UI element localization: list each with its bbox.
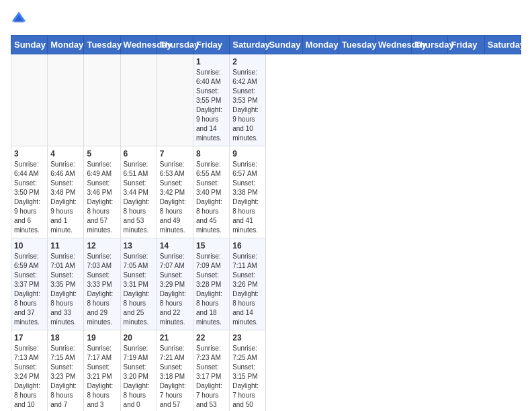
day-number: 6 xyxy=(124,149,154,158)
header-friday: Friday xyxy=(448,36,484,54)
day-info: Sunrise: 7:17 AM Sunset: 3:21 PM Dayligh… xyxy=(87,344,117,411)
header-saturday: Saturday xyxy=(484,36,521,54)
week-row-1: 3Sunrise: 6:44 AM Sunset: 3:50 PM Daylig… xyxy=(11,146,521,238)
header-friday: Friday xyxy=(193,36,230,54)
day-number: 17 xyxy=(14,333,44,342)
day-number: 1 xyxy=(196,57,226,66)
day-info: Sunrise: 6:59 AM Sunset: 3:37 PM Dayligh… xyxy=(14,252,44,327)
day-cell: 14Sunrise: 7:07 AM Sunset: 3:29 PM Dayli… xyxy=(157,238,193,330)
day-info: Sunrise: 7:21 AM Sunset: 3:18 PM Dayligh… xyxy=(160,344,190,411)
logo xyxy=(11,11,30,27)
day-cell: 5Sunrise: 6:49 AM Sunset: 3:46 PM Daylig… xyxy=(84,146,120,238)
day-number: 8 xyxy=(196,149,226,158)
day-info: Sunrise: 6:42 AM Sunset: 3:53 PM Dayligh… xyxy=(232,68,263,143)
day-cell xyxy=(120,54,157,146)
day-cell: 17Sunrise: 7:13 AM Sunset: 3:24 PM Dayli… xyxy=(11,330,48,412)
day-number: 10 xyxy=(14,241,44,250)
header-monday: Monday xyxy=(302,36,339,54)
day-number: 7 xyxy=(160,149,190,158)
day-info: Sunrise: 7:07 AM Sunset: 3:29 PM Dayligh… xyxy=(160,252,190,327)
day-cell: 6Sunrise: 6:51 AM Sunset: 3:44 PM Daylig… xyxy=(120,146,157,238)
day-number: 9 xyxy=(232,149,263,158)
day-number: 22 xyxy=(196,333,226,342)
day-info: Sunrise: 7:23 AM Sunset: 3:17 PM Dayligh… xyxy=(196,344,226,411)
header-tuesday: Tuesday xyxy=(339,36,375,54)
day-number: 5 xyxy=(87,149,117,158)
day-number: 3 xyxy=(14,149,44,158)
header-monday: Monday xyxy=(48,36,84,54)
day-info: Sunrise: 6:49 AM Sunset: 3:46 PM Dayligh… xyxy=(87,160,117,235)
day-cell: 21Sunrise: 7:21 AM Sunset: 3:18 PM Dayli… xyxy=(157,330,193,412)
day-info: Sunrise: 7:03 AM Sunset: 3:33 PM Dayligh… xyxy=(87,252,117,327)
day-cell xyxy=(157,54,193,146)
calendar-header-row: SundayMondayTuesdayWednesdayThursdayFrid… xyxy=(11,36,521,54)
day-cell: 16Sunrise: 7:11 AM Sunset: 3:26 PM Dayli… xyxy=(230,238,266,330)
day-cell: 18Sunrise: 7:15 AM Sunset: 3:23 PM Dayli… xyxy=(48,330,84,412)
day-info: Sunrise: 6:53 AM Sunset: 3:42 PM Dayligh… xyxy=(160,160,190,235)
day-number: 12 xyxy=(87,241,117,250)
day-number: 14 xyxy=(160,241,190,250)
day-info: Sunrise: 7:11 AM Sunset: 3:26 PM Dayligh… xyxy=(232,252,263,327)
day-info: Sunrise: 7:19 AM Sunset: 3:20 PM Dayligh… xyxy=(124,344,154,411)
day-number: 23 xyxy=(232,333,263,342)
day-cell xyxy=(84,54,120,146)
day-cell: 7Sunrise: 6:53 AM Sunset: 3:42 PM Daylig… xyxy=(157,146,193,238)
day-info: Sunrise: 7:01 AM Sunset: 3:35 PM Dayligh… xyxy=(50,252,81,327)
day-info: Sunrise: 7:13 AM Sunset: 3:24 PM Dayligh… xyxy=(14,344,44,411)
day-cell: 22Sunrise: 7:23 AM Sunset: 3:17 PM Dayli… xyxy=(193,330,230,412)
day-info: Sunrise: 7:15 AM Sunset: 3:23 PM Dayligh… xyxy=(50,344,81,411)
day-number: 16 xyxy=(232,241,263,250)
day-cell: 1Sunrise: 6:40 AM Sunset: 3:55 PM Daylig… xyxy=(193,54,230,146)
day-number: 19 xyxy=(87,333,117,342)
day-cell: 19Sunrise: 7:17 AM Sunset: 3:21 PM Dayli… xyxy=(84,330,120,412)
day-number: 21 xyxy=(160,333,190,342)
day-info: Sunrise: 7:09 AM Sunset: 3:28 PM Dayligh… xyxy=(196,252,226,327)
day-cell: 12Sunrise: 7:03 AM Sunset: 3:33 PM Dayli… xyxy=(84,238,120,330)
day-cell xyxy=(11,54,48,146)
day-number: 20 xyxy=(124,333,154,342)
day-cell: 23Sunrise: 7:25 AM Sunset: 3:15 PM Dayli… xyxy=(230,330,266,412)
header-wednesday: Wednesday xyxy=(120,36,157,54)
day-cell: 13Sunrise: 7:05 AM Sunset: 3:31 PM Dayli… xyxy=(120,238,157,330)
header-thursday: Thursday xyxy=(157,36,193,54)
day-number: 4 xyxy=(50,149,81,158)
day-cell: 8Sunrise: 6:55 AM Sunset: 3:40 PM Daylig… xyxy=(193,146,230,238)
header-tuesday: Tuesday xyxy=(84,36,120,54)
day-cell: 2Sunrise: 6:42 AM Sunset: 3:53 PM Daylig… xyxy=(230,54,266,146)
week-row-2: 10Sunrise: 6:59 AM Sunset: 3:37 PM Dayli… xyxy=(11,238,521,330)
header-wednesday: Wednesday xyxy=(375,36,412,54)
day-info: Sunrise: 6:44 AM Sunset: 3:50 PM Dayligh… xyxy=(14,160,44,235)
day-info: Sunrise: 7:25 AM Sunset: 3:15 PM Dayligh… xyxy=(232,344,263,411)
calendar-table: SundayMondayTuesdayWednesdayThursdayFrid… xyxy=(11,35,521,411)
day-info: Sunrise: 6:46 AM Sunset: 3:48 PM Dayligh… xyxy=(50,160,81,235)
logo-icon xyxy=(11,11,27,27)
day-cell xyxy=(48,54,84,146)
day-info: Sunrise: 6:55 AM Sunset: 3:40 PM Dayligh… xyxy=(196,160,226,235)
day-cell: 20Sunrise: 7:19 AM Sunset: 3:20 PM Dayli… xyxy=(120,330,157,412)
day-info: Sunrise: 6:57 AM Sunset: 3:38 PM Dayligh… xyxy=(232,160,263,235)
day-cell: 15Sunrise: 7:09 AM Sunset: 3:28 PM Dayli… xyxy=(193,238,230,330)
day-cell: 9Sunrise: 6:57 AM Sunset: 3:38 PM Daylig… xyxy=(230,146,266,238)
page-header xyxy=(11,11,521,27)
day-number: 2 xyxy=(232,57,263,66)
day-info: Sunrise: 7:05 AM Sunset: 3:31 PM Dayligh… xyxy=(124,252,154,327)
header-thursday: Thursday xyxy=(412,36,448,54)
day-number: 15 xyxy=(196,241,226,250)
day-info: Sunrise: 6:40 AM Sunset: 3:55 PM Dayligh… xyxy=(196,68,226,143)
day-cell: 11Sunrise: 7:01 AM Sunset: 3:35 PM Dayli… xyxy=(48,238,84,330)
day-cell: 4Sunrise: 6:46 AM Sunset: 3:48 PM Daylig… xyxy=(48,146,84,238)
header-sunday: Sunday xyxy=(266,36,302,54)
day-cell: 10Sunrise: 6:59 AM Sunset: 3:37 PM Dayli… xyxy=(11,238,48,330)
week-row-3: 17Sunrise: 7:13 AM Sunset: 3:24 PM Dayli… xyxy=(11,330,521,412)
header-saturday: Saturday xyxy=(230,36,266,54)
day-number: 11 xyxy=(50,241,81,250)
day-number: 18 xyxy=(50,333,81,342)
day-info: Sunrise: 6:51 AM Sunset: 3:44 PM Dayligh… xyxy=(124,160,154,235)
day-number: 13 xyxy=(124,241,154,250)
week-row-0: 1Sunrise: 6:40 AM Sunset: 3:55 PM Daylig… xyxy=(11,54,521,146)
header-sunday: Sunday xyxy=(11,36,48,54)
day-cell: 3Sunrise: 6:44 AM Sunset: 3:50 PM Daylig… xyxy=(11,146,48,238)
